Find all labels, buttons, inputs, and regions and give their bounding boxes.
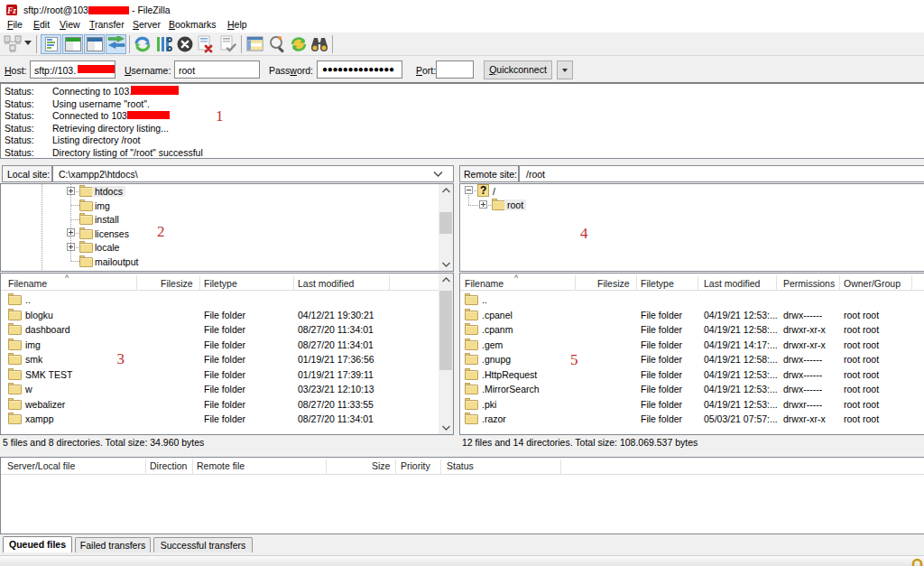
- svg-text:Fz: Fz: [6, 6, 16, 15]
